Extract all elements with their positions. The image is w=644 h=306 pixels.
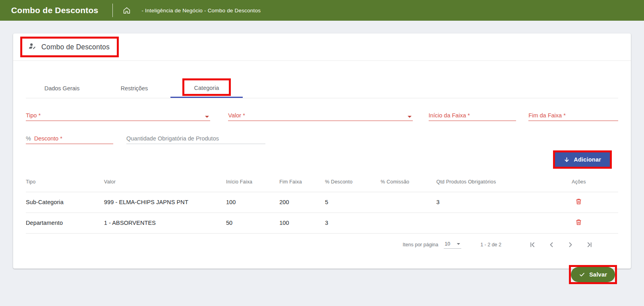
- trash-icon: [575, 218, 582, 226]
- check-icon: [579, 271, 585, 278]
- tab-label: Restrições: [121, 85, 148, 92]
- cell-valor: 999 - ELMA-CHIPS JAPNS PNT: [104, 192, 226, 212]
- chevron-down-icon: [407, 115, 412, 119]
- top-bar: Combo de Descontos - Inteligência de Neg…: [0, 0, 644, 21]
- tab-label: Dados Gerais: [44, 85, 80, 92]
- last-page-button[interactable]: [586, 241, 594, 249]
- adicionar-label: Adicionar: [574, 156, 601, 163]
- salvar-label: Salvar: [589, 271, 607, 278]
- cell-inicio: 50: [226, 212, 279, 233]
- next-page-button[interactable]: [567, 241, 574, 249]
- desconto-label: Desconto *: [34, 135, 62, 142]
- table-row: Sub-Categoria 999 - ELMA-CHIPS JAPNS PNT…: [26, 192, 618, 212]
- items-per-page-select[interactable]: 10: [444, 240, 461, 249]
- tab-categoria[interactable]: Categoria: [170, 79, 243, 98]
- cell-qtd: [436, 212, 539, 233]
- cell-comissao: [381, 192, 436, 212]
- tab-label: Categoria: [194, 85, 219, 91]
- combo-descontos-card: Combo de Descontos Dados Gerais Restriçõ…: [13, 33, 631, 269]
- app-title: Combo de Descontos: [11, 6, 98, 15]
- last-page-icon: [586, 241, 594, 249]
- valor-label: Valor *: [228, 112, 245, 119]
- percent-prefix: %: [26, 135, 31, 142]
- table-row: Departamento 1 - ABSORVENTES 50 100 3: [26, 212, 618, 233]
- breadcrumb: - Inteligência de Negócio - Combo de Des…: [141, 8, 261, 14]
- card-title-annotation-box: Combo de Descontos: [20, 37, 119, 57]
- trash-icon: [575, 198, 582, 205]
- fim-faixa-label: Fim da Faixa *: [528, 112, 565, 119]
- card-header: Combo de Descontos: [26, 33, 618, 60]
- tab-dados-gerais[interactable]: Dados Gerais: [26, 79, 98, 98]
- col-header-valor: Valor: [104, 172, 226, 192]
- chevron-down-icon: [205, 115, 209, 119]
- quantidade-placeholder: Quantidade Obrigatória de Produtos: [126, 135, 219, 142]
- cell-comissao: [381, 212, 436, 233]
- paginator: Itens por página 10 1 - 2 de 2: [26, 234, 618, 256]
- col-header-qtd-produtos: Qtd Produtos Obrigatórios: [436, 172, 539, 192]
- topbar-divider: [112, 4, 113, 17]
- arrow-down-icon: [564, 157, 570, 163]
- col-header-inicio-faixa: Início Faixa: [226, 172, 279, 192]
- tipo-select[interactable]: Tipo *: [26, 110, 210, 121]
- table-header-row: Tipo Valor Início Faixa Fim Faixa % Desc…: [26, 172, 618, 192]
- first-page-button[interactable]: [528, 241, 536, 249]
- adicionar-annotation-box: Adicionar: [553, 150, 612, 169]
- add-button-row: Adicionar: [26, 150, 618, 169]
- person-edit-icon: [28, 42, 37, 52]
- salvar-button[interactable]: Salvar: [571, 267, 615, 282]
- cell-desconto: 3: [325, 212, 381, 233]
- desconto-field[interactable]: % Desconto *: [26, 133, 113, 144]
- cell-tipo: Departamento: [26, 212, 104, 233]
- tipo-label: Tipo *: [26, 112, 41, 119]
- chevron-left-icon: [547, 241, 555, 249]
- inicio-faixa-field[interactable]: Início da Faixa *: [429, 110, 516, 121]
- inicio-faixa-label: Início da Faixa *: [429, 112, 470, 119]
- card-title: Combo de Descontos: [41, 43, 110, 51]
- col-header-fim-faixa: Fim Faixa: [279, 172, 325, 192]
- items-per-page-value: 10: [445, 241, 450, 247]
- chevron-down-icon: [456, 243, 460, 246]
- cell-fim: 200: [279, 192, 325, 212]
- col-header-tipo: Tipo: [26, 172, 104, 192]
- valor-select[interactable]: Valor *: [228, 110, 412, 121]
- categorias-table: Tipo Valor Início Faixa Fim Faixa % Desc…: [26, 172, 618, 234]
- cell-desconto: 5: [325, 192, 381, 212]
- delete-row-button[interactable]: [574, 197, 583, 207]
- chevron-right-icon: [567, 241, 574, 249]
- items-per-page-label: Itens por página: [403, 242, 439, 248]
- cell-inicio: 100: [226, 192, 279, 212]
- cell-fim: 100: [279, 212, 325, 233]
- tab-restricoes[interactable]: Restrições: [98, 79, 170, 98]
- col-header-desconto: % Desconto: [325, 172, 381, 192]
- cell-valor: 1 - ABSORVENTES: [104, 212, 226, 233]
- form-row-2: % Desconto * Quantidade Obrigatória de P…: [26, 133, 618, 144]
- first-page-icon: [528, 241, 536, 249]
- cell-tipo: Sub-Categoria: [26, 192, 104, 212]
- delete-row-button[interactable]: [574, 218, 583, 228]
- tab-bar: Dados Gerais Restrições Categoria: [26, 79, 618, 98]
- cell-qtd: 3: [436, 192, 539, 212]
- col-header-acoes: Ações: [540, 172, 618, 192]
- salvar-annotation-box: Salvar: [569, 265, 617, 284]
- home-icon[interactable]: [122, 6, 131, 15]
- col-header-comissao: % Comissão: [381, 172, 436, 192]
- form-row-1: Tipo * Valor * Início da Faixa * Fim da …: [26, 110, 618, 121]
- page-range-label: 1 - 2 de 2: [480, 242, 501, 248]
- previous-page-button[interactable]: [547, 241, 555, 249]
- fim-faixa-field[interactable]: Fim da Faixa *: [528, 110, 618, 121]
- card-header-divider: [13, 60, 631, 61]
- quantidade-field[interactable]: Quantidade Obrigatória de Produtos: [126, 133, 265, 144]
- adicionar-button[interactable]: Adicionar: [555, 152, 610, 167]
